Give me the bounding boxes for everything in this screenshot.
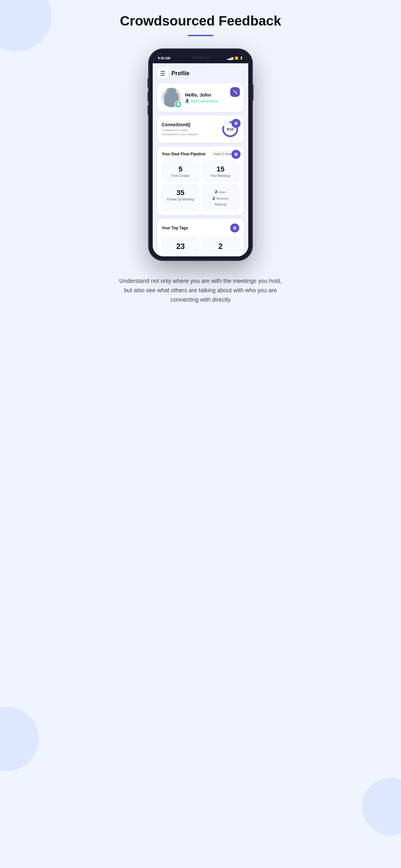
notch-speaker [191,57,204,58]
pipeline-cell-first-contact: 5 First Contact [162,161,199,182]
wifi-icon: 📶 [235,57,238,60]
tag-number-2: 2 [218,242,222,251]
menu-button[interactable] [157,68,168,79]
referral-received-row: 2 Received [205,195,236,202]
connexion-subtitle: Comparison to other connections in your … [162,128,204,136]
tag-cell-2: 2 [202,237,239,256]
follow-up-number: 35 [165,189,196,197]
add-connections-link[interactable]: 👤 Add Connections [185,99,239,103]
add-connections-label: Add Connections [191,99,218,103]
tag-number-1: 23 [176,242,185,251]
menu-line-3 [160,75,165,75]
page-title: Crowdsourced Feedback [120,13,281,29]
referral-received-label: Received [216,196,228,201]
phone-mockup: 9:00 AM ▂▄▆ 📶 🔋 [149,49,252,260]
bottom-description-text: Understand not only where you are with t… [117,276,284,304]
referral-given-row: 2 Given [205,189,236,195]
avatar-wrapper [162,88,181,107]
tags-pause-icon [234,226,236,229]
bottom-description: Understand not only where you are with t… [110,276,291,304]
follow-up-label: Follow Up Meeting [165,197,196,201]
pipeline-cell-referral: 2 Given 2 Received Referral [202,184,239,211]
referral-title: Referral [205,203,236,206]
pipeline-title: Your Deal Flow Pipeline [162,152,205,156]
pause-icon [235,122,237,125]
tag-cell-1: 23 [162,237,199,256]
app-header: Profile [157,68,244,79]
connexion-title: ConneXionIQ [162,122,204,127]
referral-given-label: Given [219,190,226,194]
pipeline-cell-first-meetings: 15 First Meetings [202,161,239,182]
bg-decoration-bottom-left [0,707,39,771]
pipeline-cell-follow-up: 35 Follow Up Meeting [162,184,199,211]
first-meetings-label: First Meetings [205,174,236,178]
first-contact-number: 5 [165,165,196,174]
tags-title: Your Top Tags [162,226,188,230]
notch-camera [206,56,210,59]
camera-badge[interactable] [175,101,182,108]
menu-line-1 [160,71,165,72]
signal-icon: ▂▄▆ [227,57,234,60]
tags-pause-button[interactable] [230,223,239,232]
camera-icon [177,103,180,105]
bg-decoration-bottom-right [362,778,401,836]
battery-icon: 🔋 [240,57,243,60]
connexion-info: ConneXionIQ Comparison to other connecti… [162,122,204,136]
menu-line-2 [160,73,165,73]
pipeline-grid: 5 First Contact 15 First Meetings 35 Fol… [162,161,239,211]
status-time: 9:00 AM [158,57,170,60]
tags-header: Your Top Tags [162,223,239,232]
tags-grid: 23 2 [162,237,239,256]
connexion-card: ConneXionIQ Comparison to other connecti… [157,116,244,143]
first-contact-label: First Contact [165,174,196,178]
pipeline-header: Your Deal Flow Pipeline Past 12 months ▾ [162,151,239,157]
phone-frame: 9:00 AM ▂▄▆ 📶 🔋 [149,49,252,260]
top-tags-section: Your Top Tags 23 2 [157,219,244,256]
edit-icon: ✏️ [233,90,238,94]
status-bar: 9:00 AM ▂▄▆ 📶 🔋 [153,53,248,63]
title-underline [188,35,213,36]
pipeline-section: Your Deal Flow Pipeline Past 12 months ▾… [157,147,244,215]
status-icons: ▂▄▆ 📶 🔋 [227,57,243,60]
app-content: Profile Hello, John [153,63,248,256]
profile-card: Hello, John 👤 Add Connections ✏️ [157,83,244,112]
first-meetings-number: 15 [205,165,236,174]
pipeline-pause-button[interactable] [232,150,241,159]
referral-given-num: 2 [215,189,217,195]
referral-received-num: 2 [213,195,215,202]
app-title: Profile [172,70,189,77]
notch [184,53,217,62]
phone-screen: 9:00 AM ▂▄▆ 📶 🔋 [153,53,248,256]
score-value: 8/10 [227,127,234,131]
person-add-icon: 👤 [185,99,189,103]
bg-decoration-top-left [0,0,52,52]
edit-button[interactable]: ✏️ [230,87,240,97]
pipeline-pause-icon [235,153,237,156]
